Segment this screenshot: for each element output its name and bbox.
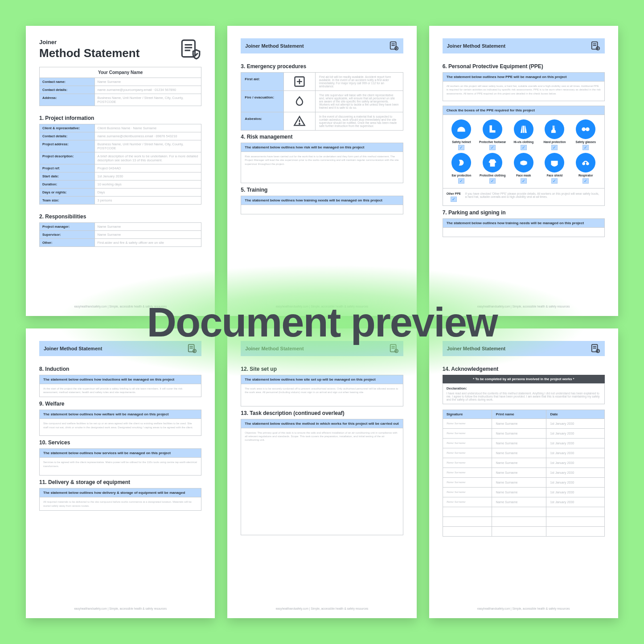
page-footer: easyhealthandsafety.com | Simple, access… xyxy=(39,603,201,610)
ppe-checkbox[interactable]: ✓ xyxy=(489,178,496,184)
empty-cell xyxy=(546,507,605,517)
declaration-label: Declaration: xyxy=(447,386,601,390)
emergency-text: First aid kit will be readily available.… xyxy=(316,73,403,90)
print-name-cell: Name Surname xyxy=(492,418,546,428)
field-value: A brief description of the work to be un… xyxy=(94,152,201,164)
page-footer: easyhealthandsafety.com | Simple, access… xyxy=(443,603,605,610)
ppe-icon xyxy=(514,119,533,139)
signature-cell: Name Surname xyxy=(443,458,492,468)
section-9-bar: The statement below outlines how welfare… xyxy=(39,410,201,419)
field-label: Project ref: xyxy=(40,164,95,172)
svg-point-12 xyxy=(299,123,300,124)
section-5-bar: The statement below outlines how trainin… xyxy=(241,196,403,205)
ppe-icon xyxy=(545,119,564,139)
signature-cell: Name Surname xyxy=(443,477,492,487)
ppe-checkbox[interactable]: ✓ xyxy=(582,145,589,150)
page-4: Joiner Method Statement 8. Induction The… xyxy=(26,328,215,619)
column-header: Signature xyxy=(443,410,492,418)
ppe-checkbox[interactable]: ✓ xyxy=(458,178,464,184)
section-14-heading: 14. Acknowledgement xyxy=(443,366,605,372)
ppe-icon xyxy=(514,153,533,172)
header-title: Joiner Method Statement xyxy=(447,43,505,49)
ppe-other-checkbox[interactable]: ✓ xyxy=(451,197,457,202)
ppe-icon xyxy=(483,119,502,139)
empty-cell xyxy=(492,507,546,517)
svg-point-17 xyxy=(582,127,586,131)
ppe-label: Respirator xyxy=(578,174,593,177)
date-cell: 1st January 2030 xyxy=(546,487,605,497)
signature-table: SignaturePrint nameDate Name Surname Nam… xyxy=(443,410,605,537)
company-banner: Your Company Name xyxy=(40,67,201,78)
date-cell: 1st January 2030 xyxy=(546,468,605,477)
emergency-label: Asbestos: xyxy=(241,112,283,130)
empty-cell xyxy=(492,526,546,536)
declaration-text: I have read and understood the contents … xyxy=(447,392,601,401)
document-shield-icon xyxy=(179,38,201,61)
field-label: Supervisor: xyxy=(40,231,95,239)
print-name-cell: Name Surname xyxy=(492,448,546,458)
print-name-cell: Name Surname xyxy=(492,487,546,497)
emergency-text: In the event of discovering a material t… xyxy=(316,112,403,130)
header-title: Joiner Method Statement xyxy=(44,346,102,351)
field-label: Duration: xyxy=(40,180,95,189)
section-1-heading: 1. Project information xyxy=(39,115,201,121)
section-9-heading: 9. Welfare xyxy=(39,401,201,407)
field-label: Other: xyxy=(40,239,95,247)
field-value: 3 persons xyxy=(94,197,201,205)
section-9-body: Site compound and welfare facilities to … xyxy=(39,419,201,436)
ppe-checkbox[interactable]: ✓ xyxy=(458,145,464,150)
ppe-checkbox[interactable]: ✓ xyxy=(521,145,527,150)
empty-cell xyxy=(546,526,605,536)
field-label: Start date: xyxy=(40,172,95,180)
field-label: Days or nights: xyxy=(40,189,95,197)
field-value: Days xyxy=(94,189,201,197)
ppe-other-text: If you have checked 'Other PPE' please p… xyxy=(465,192,601,198)
ppe-checkbox[interactable]: ✓ xyxy=(551,178,558,184)
section-13-body: Objective: The primary goal of this task… xyxy=(241,428,403,535)
responsibilities-table: Project manager:Name SurnameSupervisor:N… xyxy=(39,222,201,247)
document-icon xyxy=(591,344,600,353)
field-label: Contact details: xyxy=(40,132,95,140)
field-value: First-aider and fire & safety officer ar… xyxy=(94,239,201,247)
ppe-label: Ear protection xyxy=(451,174,471,177)
field-label: Team size: xyxy=(40,197,95,205)
page-footer: easyhealthandsafety.com | Simple, access… xyxy=(241,603,403,610)
emergency-icon xyxy=(283,91,316,112)
declaration-banner: * To be completed by all persons involve… xyxy=(443,375,605,383)
date-cell: 1st January 2030 xyxy=(546,428,605,438)
ppe-checkbox[interactable]: ✓ xyxy=(489,145,496,150)
signature-cell: Name Surname xyxy=(443,448,492,458)
field-value: 1st January 2030 xyxy=(94,172,201,180)
signature-cell: Name Surname xyxy=(443,428,492,438)
section-10-bar: The statement below outlines how service… xyxy=(39,448,201,458)
print-name-cell: Name Surname xyxy=(492,438,546,448)
doc-type-small: Joiner xyxy=(39,39,139,45)
emergency-text: The site supervisor will liaise with the… xyxy=(316,91,403,112)
ppe-other-row: Other PPE ✓ If you have checked 'Other P… xyxy=(443,189,605,206)
ppe-checkbox[interactable]: ✓ xyxy=(521,178,527,184)
ppe-icon xyxy=(576,119,595,139)
ppe-label: Face mask xyxy=(516,174,531,177)
field-value: Client Business Name · Name Surname xyxy=(94,124,201,132)
section-13-heading: 13. Task description (continued overleaf… xyxy=(241,410,403,416)
field-label: Client & representative: xyxy=(40,124,95,132)
date-cell: 1st January 2030 xyxy=(546,418,605,428)
signature-cell: Name Surname xyxy=(443,468,492,477)
section-4-bar: The statement below outlines how risk wi… xyxy=(241,143,403,152)
section-8-bar: The statement below outlines how inducti… xyxy=(39,375,201,384)
emergency-icon xyxy=(283,73,316,90)
document-icon xyxy=(389,41,399,51)
emergency-label: Fire / evacuation: xyxy=(241,91,283,112)
ppe-icon xyxy=(451,153,471,172)
svg-point-21 xyxy=(586,162,589,165)
field-value: Name Surname xyxy=(94,223,201,231)
print-name-cell: Name Surname xyxy=(492,477,546,487)
ppe-checkbox[interactable]: ✓ xyxy=(582,178,589,184)
field-value: name.surname@clientbusiness.email · 0987… xyxy=(94,132,201,140)
column-header: Print name xyxy=(492,410,546,418)
ppe-label: Safety helmet xyxy=(452,140,471,144)
section-2-heading: 2. Responsibilities xyxy=(39,213,201,220)
ppe-checkbox[interactable]: ✓ xyxy=(551,145,558,150)
empty-cell xyxy=(492,517,546,526)
section-12-bar: The statement below outlines how site se… xyxy=(241,375,403,384)
